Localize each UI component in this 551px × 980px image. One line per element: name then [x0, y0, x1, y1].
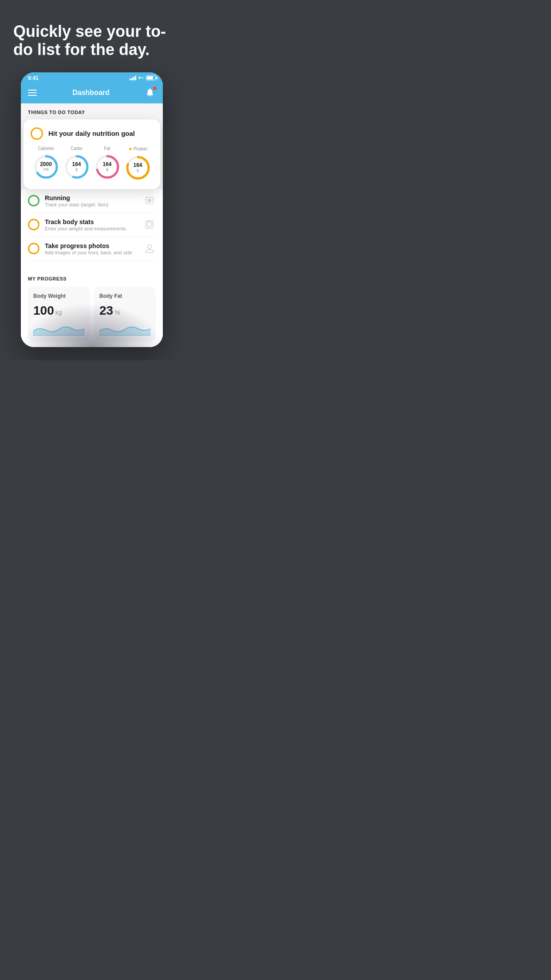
nutrition-card-header: Hit your daily nutrition goal — [31, 127, 153, 140]
todo-list: Running Track your stats (target: 5km) T… — [21, 189, 163, 261]
donut-unit-carbs: g — [72, 167, 81, 172]
progress-unit-body-weight: kg — [55, 309, 62, 316]
nutrition-label-protein: ★Protein — [128, 146, 148, 152]
todo-text-progress-photos: Take progress photos Add images of your … — [45, 242, 138, 255]
status-icons: ▾≈ — [130, 75, 156, 81]
wifi-icon: ▾≈ — [138, 75, 144, 81]
progress-card-body-weight[interactable]: Body Weight 100 kg — [28, 287, 90, 341]
status-bar: 9:41 ▾≈ — [21, 72, 163, 83]
progress-cards: Body Weight 100 kg Body Fat 23 % — [28, 287, 156, 341]
progress-card-title-body-weight: Body Weight — [33, 293, 84, 299]
progress-number-body-fat: 23 — [99, 304, 113, 318]
todo-text-running: Running Track your stats (target: 5km) — [45, 194, 138, 207]
todo-subtitle-body-stats: Enter your weight and measurements — [45, 226, 138, 231]
nutrition-item-protein: ★Protein 164 g — [125, 146, 151, 181]
nutrition-check-circle[interactable] — [31, 127, 43, 140]
todo-title-body-stats: Track body stats — [45, 218, 138, 225]
nutrition-label-calories: Calories — [38, 146, 54, 151]
donut-calories: 2000 cal — [33, 154, 59, 180]
nutrition-circles: Calories 2000 cal Carbs 164 g Fat — [31, 146, 153, 181]
notification-dot — [153, 87, 157, 90]
progress-value-body-weight: 100 kg — [33, 304, 84, 318]
app-content: THINGS TO DO TODAY Hit your daily nutrit… — [21, 103, 163, 347]
donut-text-protein: 164 g — [133, 162, 142, 173]
nutrition-label-fat: Fat — [104, 146, 110, 151]
progress-section: MY PROGRESS Body Weight 100 kg Body Fat … — [21, 261, 163, 347]
hero-section: Quickly see your to-do list for the day. — [0, 0, 184, 72]
battery-icon — [146, 75, 156, 80]
donut-text-calories: 2000 cal — [40, 162, 52, 172]
mini-chart-body-fat — [99, 322, 150, 336]
phone-mockup: 9:41 ▾≈ Dashboard — [21, 72, 163, 347]
nav-title: Dashboard — [72, 89, 110, 97]
mini-chart-body-weight — [33, 322, 84, 336]
star-icon: ★ — [128, 146, 133, 152]
todo-icon-progress-photos — [143, 242, 156, 255]
todo-title-running: Running — [45, 194, 138, 202]
progress-card-body-fat[interactable]: Body Fat 23 % — [94, 287, 156, 341]
hamburger-menu[interactable] — [28, 90, 37, 96]
todo-subtitle-progress-photos: Add images of your front, back, and side — [45, 250, 138, 255]
nav-bar: Dashboard — [21, 83, 163, 103]
hero-title: Quickly see your to-do list for the day. — [13, 22, 170, 59]
todo-item-progress-photos[interactable]: Take progress photos Add images of your … — [28, 237, 156, 261]
signal-icon — [130, 76, 136, 80]
todo-icon-body-stats — [143, 218, 156, 231]
progress-card-title-body-fat: Body Fat — [99, 293, 150, 299]
progress-number-body-weight: 100 — [33, 304, 54, 318]
status-time: 9:41 — [28, 75, 39, 81]
donut-text-carbs: 164 g — [72, 162, 81, 172]
nutrition-item-fat: Fat 164 g — [94, 146, 121, 180]
todo-item-running[interactable]: Running Track your stats (target: 5km) — [28, 189, 156, 213]
todo-title-progress-photos: Take progress photos — [45, 242, 138, 249]
todo-text-body-stats: Track body stats Enter your weight and m… — [45, 218, 138, 231]
donut-unit-calories: cal — [40, 167, 52, 172]
progress-value-body-fat: 23 % — [99, 304, 150, 318]
donut-unit-fat: g — [102, 167, 111, 172]
todo-circle-body-stats — [28, 219, 39, 230]
progress-title: MY PROGRESS — [28, 276, 156, 281]
todo-circle-running — [28, 195, 39, 206]
progress-unit-body-fat: % — [114, 309, 120, 316]
todo-subtitle-running: Track your stats (target: 5km) — [45, 202, 138, 207]
todo-circle-progress-photos — [28, 243, 39, 254]
donut-unit-protein: g — [133, 168, 142, 173]
nutrition-card-title: Hit your daily nutrition goal — [48, 130, 135, 137]
todo-icon-running — [143, 194, 156, 207]
nutrition-card: Hit your daily nutrition goal Calories 2… — [24, 119, 160, 189]
donut-protein: 164 g — [125, 154, 151, 181]
todo-item-body-stats[interactable]: Track body stats Enter your weight and m… — [28, 213, 156, 237]
nutrition-item-calories: Calories 2000 cal — [33, 146, 59, 180]
nutrition-label-carbs: Carbs — [71, 146, 83, 151]
donut-carbs: 164 g — [63, 154, 90, 180]
nutrition-item-carbs: Carbs 164 g — [63, 146, 90, 180]
things-to-do-title: THINGS TO DO TODAY — [28, 110, 156, 115]
donut-text-fat: 164 g — [102, 162, 111, 172]
notification-bell-icon[interactable] — [145, 87, 156, 98]
donut-fat: 164 g — [94, 154, 121, 180]
